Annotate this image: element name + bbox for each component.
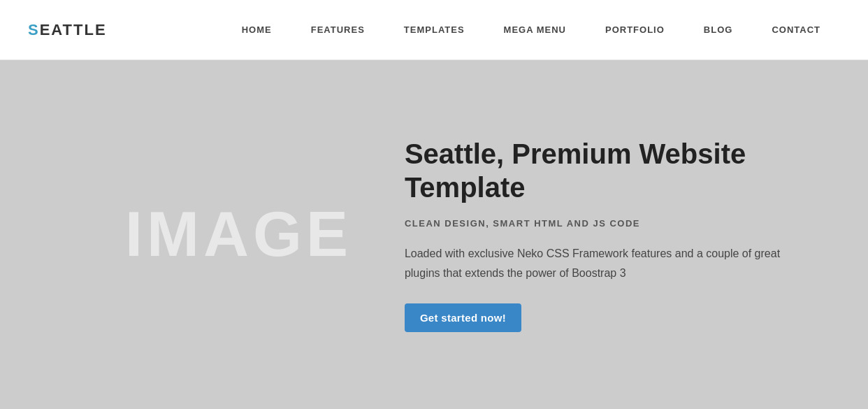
nav-contact[interactable]: CONTACT [752,0,840,60]
nav-blog[interactable]: BLOG [684,0,753,60]
nav-mega-menu[interactable]: MEGA MENU [484,0,586,60]
hero-content: Seattle, Premium Website Template CLEAN … [391,60,868,409]
hero-section: IMAGE Seattle, Premium Website Template … [0,60,868,409]
logo-accent-letter: S [28,21,40,38]
site-logo: SEATTLE [28,21,107,39]
hero-image-placeholder-text: IMAGE [125,199,352,271]
nav-home[interactable]: HOME [222,0,291,60]
site-header: SEATTLE HOME FEATURES TEMPLATES MEGA MEN… [0,0,868,60]
hero-cta-button[interactable]: Get started now! [405,303,521,332]
logo-rest: EATTLE [40,21,107,38]
main-nav: HOME FEATURES TEMPLATES MEGA MENU PORTFO… [222,0,840,60]
nav-templates[interactable]: TEMPLATES [384,0,484,60]
nav-portfolio[interactable]: PORTFOLIO [586,0,684,60]
hero-title: Seattle, Premium Website Template [405,137,826,204]
nav-features[interactable]: FEATURES [291,0,384,60]
hero-subtitle: CLEAN DESIGN, SMART HTML AND JS CODE [405,218,826,229]
hero-description: Loaded with exclusive Neko CSS Framework… [405,244,810,282]
